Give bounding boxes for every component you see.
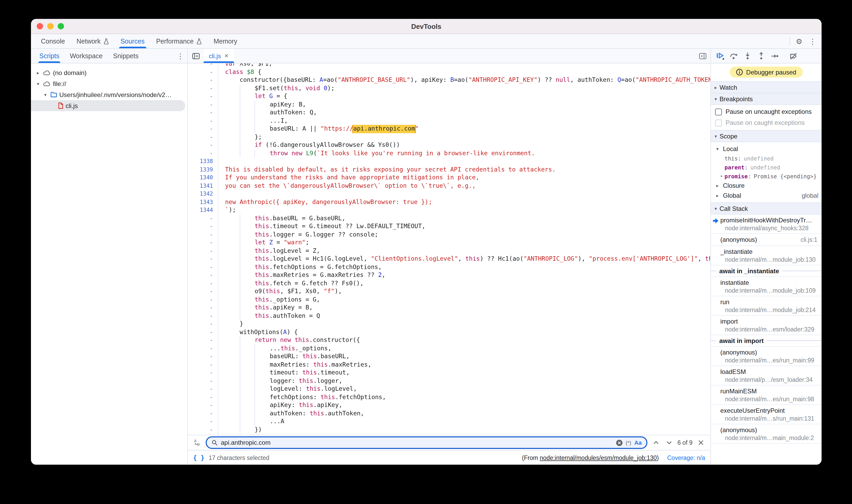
gutter-cell[interactable]: 1338 [188,157,218,165]
more-options-button[interactable]: ⋮ [806,34,819,48]
navigator-tab-snippets[interactable]: Snippets [108,49,144,63]
pretty-print-button[interactable]: { } [193,454,205,461]
stack-frame[interactable]: (anonymous)cli.js:1 [711,234,821,246]
match-case-toggle[interactable]: Aa [634,439,642,446]
deactivate-breakpoints-button[interactable] [787,50,800,62]
hide-debugger-panel-button[interactable] [695,49,710,63]
gutter-cell[interactable]: - [188,385,218,393]
gutter-cell[interactable]: - [188,361,218,369]
stack-frame[interactable]: runMainESMnode:internal/m…es/run_main:98 [711,385,821,405]
gutter-cell[interactable]: - [188,92,218,101]
tab-memory[interactable]: Memory [208,34,243,48]
previous-match-button[interactable] [651,440,660,445]
stack-frame[interactable]: promiseInitHookWithDestroyTr…node:intern… [711,215,821,234]
gutter-cell[interactable]: - [188,304,218,312]
gutter-cell[interactable]: - [188,312,218,320]
gutter-cell[interactable]: 1343 [188,198,218,206]
gutter-cell[interactable]: - [188,401,218,409]
next-match-button[interactable] [664,440,674,445]
gutter-cell[interactable]: - [188,279,218,287]
step-button[interactable] [768,50,781,62]
tree-item[interactable]: ▾Users/jinhuilee/.nvm/versions/node/v2… [31,89,187,100]
gutter-cell[interactable]: - [188,434,218,435]
gutter-cell[interactable]: - [188,409,218,417]
stack-frame[interactable]: instantiatenode:internal/m…module_job:10… [711,277,821,296]
gutter-cell[interactable]: - [188,101,218,109]
gutter-cell[interactable]: 1344 [188,206,218,214]
checkbox[interactable] [715,119,722,126]
clear-search-button[interactable] [616,439,622,446]
hide-navigator-button[interactable] [188,49,203,63]
tab-network[interactable]: Network [71,34,115,48]
stack-frame[interactable]: runnode:internal/m…module_job:214 [711,296,821,316]
scope-section-header[interactable]: ▾ Scope [711,130,821,142]
step-out-button[interactable] [755,50,767,62]
stack-frame[interactable]: loadESMnode:internal/p…/esm_loader:34 [711,366,821,385]
gutter-cell[interactable]: - [188,263,218,271]
gutter-cell[interactable]: - [188,84,218,92]
gutter-cell[interactable]: - [188,117,218,125]
gutter-cell[interactable]: - [188,369,218,377]
gutter-cell[interactable]: - [188,76,218,84]
stack-frame[interactable]: (anonymous)node:internal/m…main_module:2 [711,424,821,444]
stack-frame[interactable]: executeUserEntryPointnode:internal/m…s/r… [711,405,821,424]
tree-item[interactable]: cli.js [31,100,185,111]
scope-group[interactable]: ▸Closure [711,180,821,191]
tab-sources[interactable]: Sources [114,34,150,48]
gutter-cell[interactable]: - [188,287,218,295]
gutter-cell[interactable]: - [188,125,218,133]
gutter-cell[interactable]: - [188,393,218,401]
gutter-cell[interactable]: - [188,255,218,263]
tree-item[interactable]: ▾file:// [31,78,187,89]
gutter-cell[interactable]: - [188,133,218,141]
gutter-cell[interactable]: - [188,239,218,247]
close-tab-icon[interactable]: ✕ [224,53,229,59]
tab-performance[interactable]: Performance [150,34,208,48]
replace-toggle-button[interactable]: AB [193,439,202,446]
gutter-cell[interactable]: - [188,149,218,157]
source-origin-link[interactable]: node:internal/modules/esm/module_job:130 [540,454,657,461]
regex-toggle[interactable]: (*) [626,440,631,446]
breakpoint-option[interactable]: Pause on caught exceptions [715,119,817,126]
stack-frame[interactable]: importnode:internal/m…esm/loader:329 [711,316,821,335]
stack-frame[interactable]: _instantiatenode:internal/m…module_job:1… [711,246,821,265]
gutter-cell[interactable]: - [188,109,218,117]
gutter-cell[interactable]: - [188,344,218,353]
tree-item[interactable]: ▸(no domain) [31,67,187,78]
close-window-button[interactable] [37,23,43,29]
gutter-cell[interactable]: - [188,64,218,68]
gutter-cell[interactable]: - [188,295,218,304]
gutter-cell[interactable]: - [188,377,218,385]
breakpoint-option[interactable]: Pause on uncaught exceptions [715,108,817,115]
resume-button[interactable] [713,50,727,62]
scope-group[interactable]: ▾Local [711,144,821,154]
gutter-cell[interactable]: - [188,271,218,279]
gutter-cell[interactable]: - [188,417,218,426]
search-input[interactable] [221,439,613,446]
zoom-window-button[interactable] [58,23,64,29]
gutter-cell[interactable]: - [188,336,218,344]
gutter-cell[interactable]: 1341 [188,182,218,190]
step-into-button[interactable] [741,50,754,62]
gutter-cell[interactable]: - [188,141,218,149]
code-editor[interactable]: -var Xs0, $F1;-class $8 {-constructor({b… [188,64,710,435]
scope-property[interactable]: ▸promise:Promise {<pending>} [711,172,821,180]
gutter-cell[interactable]: - [188,231,218,239]
settings-button[interactable]: ⚙ [792,34,806,48]
minimize-window-button[interactable] [47,23,54,29]
scope-group[interactable]: ▸Globalglobal [711,191,821,200]
gutter-cell[interactable]: - [188,353,218,361]
stack-frame[interactable]: (anonymous)node:internal/m…es/run_main:9… [711,347,821,366]
editor-tab-clijs[interactable]: cli.js ✕ [203,49,234,63]
gutter-cell[interactable]: - [188,320,218,328]
step-over-button[interactable] [727,50,740,62]
navigator-tab-workspace[interactable]: Workspace [65,49,108,63]
watch-section-header[interactable]: ▸ Watch [711,81,821,93]
breakpoints-section-header[interactable]: ▾ Breakpoints [711,93,821,105]
gutter-cell[interactable]: - [188,328,218,336]
search-field[interactable]: (*) Aa [206,436,647,449]
gutter-cell[interactable]: - [188,222,218,231]
gutter-cell[interactable]: - [188,247,218,255]
gutter-cell[interactable]: 1340 [188,174,218,182]
gutter-cell[interactable]: - [188,68,218,76]
